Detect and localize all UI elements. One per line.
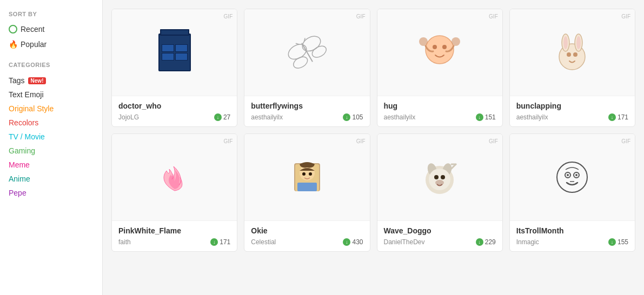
card-okie[interactable]: GIF Okie Celestial xyxy=(244,133,370,252)
sticker-grid: GIF doctor_who JojoLG ↓ 27 xyxy=(111,9,635,252)
gaming-label: Gaming xyxy=(9,146,35,155)
card-author: JojoLG xyxy=(118,113,139,121)
card-author: aesthailyilx xyxy=(516,113,548,121)
sidebar-item-recolors[interactable]: Recolors xyxy=(9,116,94,130)
tags-label: Tags xyxy=(9,76,25,85)
card-info-wave-doggo: Wave_Doggo DanielTheDev ↓ 229 xyxy=(377,220,502,251)
card-title: bunclapping xyxy=(516,102,628,110)
text-emoji-label: Text Emoji xyxy=(9,90,44,99)
pepe-label: Pepe xyxy=(9,189,26,197)
download-count: 229 xyxy=(485,238,496,246)
gif-badge: GIF xyxy=(489,14,498,19)
svg-point-21 xyxy=(300,165,315,180)
sidebar-item-tv-movie[interactable]: TV / Movie xyxy=(9,130,94,144)
svg-point-34 xyxy=(557,162,587,192)
card-itstrollmonth[interactable]: GIF ItsTrollMonth Inmagic ↓ xyxy=(509,133,635,252)
card-title: PinkWhite_Flame xyxy=(118,226,230,235)
original-style-label: Original Style xyxy=(9,104,54,113)
gif-badge: GIF xyxy=(224,138,233,144)
gif-badge: GIF xyxy=(489,138,498,144)
gif-badge: GIF xyxy=(621,138,630,144)
card-doctor-who[interactable]: GIF doctor_who JojoLG ↓ 27 xyxy=(111,9,237,127)
card-wave-doggo[interactable]: GIF Wave_Doggo DanielTheDev xyxy=(377,133,503,252)
svg-point-9 xyxy=(442,45,447,49)
svg-point-22 xyxy=(302,172,306,176)
butterfly-icon xyxy=(286,31,329,74)
download-count: 171 xyxy=(220,238,230,246)
svg-point-15 xyxy=(567,52,571,57)
card-info-itstrollmonth: ItsTrollMonth Inmagic ↓ 155 xyxy=(510,220,635,251)
sidebar: SORT BY Recent 🔥 Popular CATEGORIES Tags… xyxy=(0,0,103,295)
card-info-butterflywings: butterflywings aesthailyilx ↓ 105 xyxy=(244,96,369,126)
card-author: Inmagic xyxy=(516,238,539,246)
download-count: 105 xyxy=(352,113,363,121)
card-title: doctor_who xyxy=(118,102,230,110)
download-icon: ↓ xyxy=(343,238,350,246)
download-count: 151 xyxy=(485,113,496,121)
sort-popular[interactable]: 🔥 Popular xyxy=(9,38,94,51)
hug-icon xyxy=(418,31,461,74)
card-info-okie: Okie Celestial ↓ 430 xyxy=(244,220,369,251)
sidebar-item-gaming[interactable]: Gaming xyxy=(9,144,94,158)
svg-point-7 xyxy=(426,36,454,64)
card-info-hug: hug aesthailyilx ↓ 151 xyxy=(377,96,502,126)
sidebar-item-text-emoji[interactable]: Text Emoji xyxy=(9,88,94,102)
download-icon: ↓ xyxy=(210,238,218,246)
gif-badge: GIF xyxy=(224,14,233,19)
card-title: Okie xyxy=(251,226,363,235)
gif-badge: GIF xyxy=(356,14,366,19)
sidebar-item-pepe[interactable]: Pepe xyxy=(9,186,94,200)
card-hug[interactable]: GIF hug aesthailyilx ↓ xyxy=(377,9,503,127)
svg-point-8 xyxy=(433,45,437,49)
svg-point-16 xyxy=(573,52,577,57)
recolors-label: Recolors xyxy=(9,118,38,127)
card-meta: aesthailyilx ↓ 105 xyxy=(251,113,363,121)
card-meta: Celestial ↓ 430 xyxy=(251,238,363,246)
card-author: aesthailyilx xyxy=(384,113,416,121)
meme-label: Meme xyxy=(9,160,30,169)
svg-point-17 xyxy=(563,36,568,49)
card-meta: aesthailyilx ↓ 171 xyxy=(516,113,628,121)
dog-icon xyxy=(418,156,461,199)
main-content: GIF doctor_who JojoLG ↓ 27 xyxy=(103,0,644,295)
sidebar-item-tags[interactable]: Tags New! xyxy=(9,73,94,88)
card-meta: DanielTheDev ↓ 229 xyxy=(384,238,496,246)
sidebar-item-meme[interactable]: Meme xyxy=(9,158,94,172)
bunny-icon xyxy=(550,31,594,74)
download-icon: ↓ xyxy=(476,113,483,121)
troll-icon xyxy=(550,156,594,199)
sidebar-item-original-style[interactable]: Original Style xyxy=(9,102,94,116)
svg-point-37 xyxy=(567,174,569,176)
new-badge: New! xyxy=(28,77,47,84)
svg-point-31 xyxy=(435,180,444,185)
sort-recent-label: Recent xyxy=(21,25,44,33)
card-downloads: ↓ 27 xyxy=(214,113,230,121)
card-downloads: ↓ 229 xyxy=(476,238,496,246)
card-bunclapping[interactable]: GIF bunclapping aesthailyilx ↓ xyxy=(509,9,635,127)
card-title: hug xyxy=(384,102,496,110)
popular-icon: 🔥 xyxy=(9,40,17,49)
card-image-itstrollmonth: GIF xyxy=(510,134,635,220)
card-meta: aesthailyilx ↓ 151 xyxy=(384,113,496,121)
svg-point-1 xyxy=(300,33,323,54)
sidebar-item-anime[interactable]: Anime xyxy=(9,172,94,186)
anime-girl-icon xyxy=(286,156,329,199)
svg-point-18 xyxy=(576,36,581,49)
card-image-butterflywings: GIF xyxy=(244,9,369,96)
svg-point-23 xyxy=(309,172,312,176)
svg-point-11 xyxy=(452,37,460,46)
sort-recent[interactable]: Recent xyxy=(9,23,94,36)
card-author: aesthailyilx xyxy=(251,113,283,121)
card-title: butterflywings xyxy=(251,102,363,110)
tardis-icon xyxy=(158,33,191,71)
card-butterflywings[interactable]: GIF butterflywings aesthaily xyxy=(244,9,370,127)
download-count: 171 xyxy=(618,113,628,121)
card-title: ItsTrollMonth xyxy=(516,226,628,235)
card-title: Wave_Doggo xyxy=(384,226,496,235)
card-info-pinkwhite-flame: PinkWhite_Flame faith ↓ 171 xyxy=(112,220,237,251)
flame-icon xyxy=(153,156,196,199)
card-image-wave-doggo: GIF xyxy=(377,134,502,220)
categories-label: CATEGORIES xyxy=(9,62,94,68)
card-pinkwhite-flame[interactable]: GIF PinkWhite_Flame faith ↓ 171 xyxy=(111,133,237,252)
download-count: 430 xyxy=(352,238,363,246)
